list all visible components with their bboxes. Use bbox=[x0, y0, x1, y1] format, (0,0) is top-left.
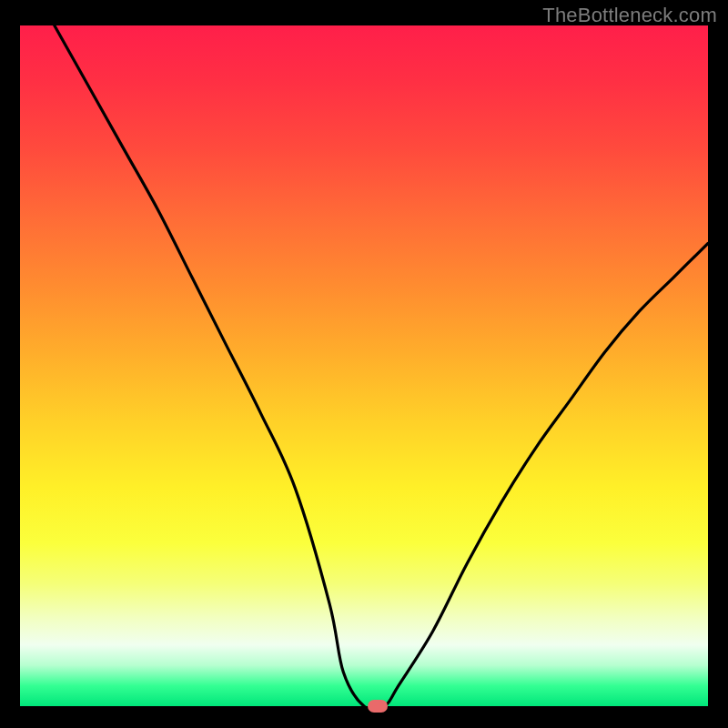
chart-frame: TheBottleneck.com bbox=[0, 0, 728, 728]
curve-path bbox=[55, 25, 708, 706]
optimal-point-marker bbox=[368, 700, 388, 713]
watermark-text: TheBottleneck.com bbox=[542, 4, 717, 27]
bottleneck-curve bbox=[20, 25, 708, 706]
